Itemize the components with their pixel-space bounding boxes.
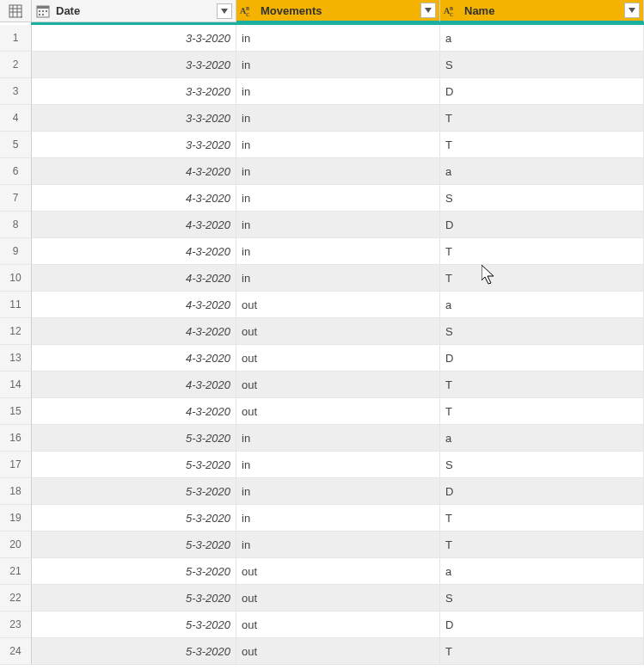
cell-movements[interactable]: out bbox=[236, 292, 440, 318]
cell-name[interactable]: D bbox=[440, 78, 644, 105]
cell-name[interactable]: T bbox=[440, 638, 644, 665]
cell-movements[interactable]: in bbox=[236, 425, 440, 452]
cell-movements[interactable]: in bbox=[236, 78, 440, 105]
cell-date[interactable]: 5-3-2020 bbox=[32, 505, 236, 532]
cell-name[interactable]: T bbox=[440, 105, 644, 132]
cell-movements[interactable]: out bbox=[236, 558, 440, 585]
column-header-movements[interactable]: A B C Movements bbox=[236, 0, 440, 22]
table-row[interactable]: 154-3-2020outT bbox=[0, 398, 644, 425]
cell-date[interactable]: 5-3-2020 bbox=[32, 612, 236, 638]
cell-date[interactable]: 5-3-2020 bbox=[32, 532, 236, 558]
cell-date[interactable]: 4-3-2020 bbox=[32, 318, 236, 345]
row-number[interactable]: 21 bbox=[0, 558, 32, 585]
row-number[interactable]: 8 bbox=[0, 212, 32, 238]
cell-date[interactable]: 5-3-2020 bbox=[32, 638, 236, 665]
cell-movements[interactable]: in bbox=[236, 105, 440, 132]
cell-date[interactable]: 4-3-2020 bbox=[32, 398, 236, 425]
table-row[interactable]: 74-3-2020inS bbox=[0, 185, 644, 212]
table-corner-button[interactable] bbox=[0, 0, 32, 22]
cell-movements[interactable]: in bbox=[236, 25, 440, 52]
table-row[interactable]: 53-3-2020inT bbox=[0, 132, 644, 158]
table-row[interactable]: 64-3-2020ina bbox=[0, 158, 644, 185]
filter-dropdown-movements[interactable] bbox=[420, 3, 436, 18]
cell-movements[interactable]: out bbox=[236, 398, 440, 425]
column-header-date[interactable]: Date bbox=[32, 0, 236, 22]
row-number[interactable]: 9 bbox=[0, 238, 32, 265]
cell-date[interactable]: 4-3-2020 bbox=[32, 345, 236, 372]
row-number[interactable]: 18 bbox=[0, 478, 32, 505]
cell-movements[interactable]: in bbox=[236, 212, 440, 238]
table-row[interactable]: 215-3-2020outa bbox=[0, 558, 644, 585]
row-number[interactable]: 24 bbox=[0, 638, 32, 665]
cell-movements[interactable]: in bbox=[236, 265, 440, 292]
row-number[interactable]: 2 bbox=[0, 52, 32, 78]
row-number[interactable]: 13 bbox=[0, 345, 32, 372]
table-row[interactable]: 104-3-2020inT bbox=[0, 265, 644, 292]
cell-date[interactable]: 4-3-2020 bbox=[32, 372, 236, 398]
row-number[interactable]: 14 bbox=[0, 372, 32, 398]
table-row[interactable]: 94-3-2020inT bbox=[0, 238, 644, 265]
row-number[interactable]: 11 bbox=[0, 292, 32, 318]
row-number[interactable]: 7 bbox=[0, 185, 32, 212]
cell-name[interactable]: D bbox=[440, 212, 644, 238]
cell-movements[interactable]: out bbox=[236, 372, 440, 398]
cell-name[interactable]: S bbox=[440, 52, 644, 78]
table-row[interactable]: 195-3-2020inT bbox=[0, 505, 644, 532]
row-number[interactable]: 12 bbox=[0, 318, 32, 345]
filter-dropdown-name[interactable] bbox=[624, 3, 640, 18]
cell-movements[interactable]: out bbox=[236, 638, 440, 665]
cell-date[interactable]: 5-3-2020 bbox=[32, 558, 236, 585]
table-row[interactable]: 134-3-2020outD bbox=[0, 345, 644, 372]
cell-movements[interactable]: out bbox=[236, 585, 440, 612]
cell-name[interactable]: a bbox=[440, 558, 644, 585]
cell-name[interactable]: D bbox=[440, 345, 644, 372]
cell-date[interactable]: 3-3-2020 bbox=[32, 132, 236, 158]
row-number[interactable]: 19 bbox=[0, 505, 32, 532]
table-row[interactable]: 13-3-2020ina bbox=[0, 25, 644, 52]
cell-movements[interactable]: in bbox=[236, 158, 440, 185]
table-row[interactable]: 185-3-2020inD bbox=[0, 478, 644, 505]
cell-name[interactable]: T bbox=[440, 265, 644, 292]
cell-date[interactable]: 3-3-2020 bbox=[32, 52, 236, 78]
cell-name[interactable]: T bbox=[440, 505, 644, 532]
cell-name[interactable]: T bbox=[440, 132, 644, 158]
row-number[interactable]: 3 bbox=[0, 78, 32, 105]
cell-movements[interactable]: in bbox=[236, 532, 440, 558]
table-row[interactable]: 144-3-2020outT bbox=[0, 372, 644, 398]
cell-date[interactable]: 5-3-2020 bbox=[32, 478, 236, 505]
cell-date[interactable]: 5-3-2020 bbox=[32, 585, 236, 612]
table-row[interactable]: 84-3-2020inD bbox=[0, 212, 644, 238]
cell-date[interactable]: 4-3-2020 bbox=[32, 265, 236, 292]
cell-date[interactable]: 4-3-2020 bbox=[32, 292, 236, 318]
table-row[interactable]: 175-3-2020inS bbox=[0, 452, 644, 478]
row-number[interactable]: 20 bbox=[0, 532, 32, 558]
cell-movements[interactable]: in bbox=[236, 452, 440, 478]
cell-date[interactable]: 3-3-2020 bbox=[32, 78, 236, 105]
table-row[interactable]: 225-3-2020outS bbox=[0, 585, 644, 612]
row-number[interactable]: 10 bbox=[0, 265, 32, 292]
cell-name[interactable]: a bbox=[440, 158, 644, 185]
cell-name[interactable]: T bbox=[440, 372, 644, 398]
table-row[interactable]: 165-3-2020ina bbox=[0, 425, 644, 452]
cell-date[interactable]: 3-3-2020 bbox=[32, 25, 236, 52]
cell-date[interactable]: 3-3-2020 bbox=[32, 105, 236, 132]
cell-movements[interactable]: out bbox=[236, 318, 440, 345]
table-row[interactable]: 114-3-2020outa bbox=[0, 292, 644, 318]
cell-name[interactable]: S bbox=[440, 318, 644, 345]
cell-date[interactable]: 4-3-2020 bbox=[32, 238, 236, 265]
cell-name[interactable]: D bbox=[440, 478, 644, 505]
row-number[interactable]: 15 bbox=[0, 398, 32, 425]
cell-name[interactable]: T bbox=[440, 398, 644, 425]
row-number[interactable]: 6 bbox=[0, 158, 32, 185]
cell-movements[interactable]: in bbox=[236, 238, 440, 265]
cell-date[interactable]: 4-3-2020 bbox=[32, 158, 236, 185]
cell-movements[interactable]: out bbox=[236, 345, 440, 372]
cell-name[interactable]: a bbox=[440, 25, 644, 52]
cell-date[interactable]: 4-3-2020 bbox=[32, 185, 236, 212]
table-row[interactable]: 124-3-2020outS bbox=[0, 318, 644, 345]
table-row[interactable]: 235-3-2020outD bbox=[0, 612, 644, 638]
cell-date[interactable]: 4-3-2020 bbox=[32, 212, 236, 238]
table-row[interactable]: 23-3-2020inS bbox=[0, 52, 644, 78]
cell-movements[interactable]: out bbox=[236, 612, 440, 638]
cell-name[interactable]: S bbox=[440, 185, 644, 212]
